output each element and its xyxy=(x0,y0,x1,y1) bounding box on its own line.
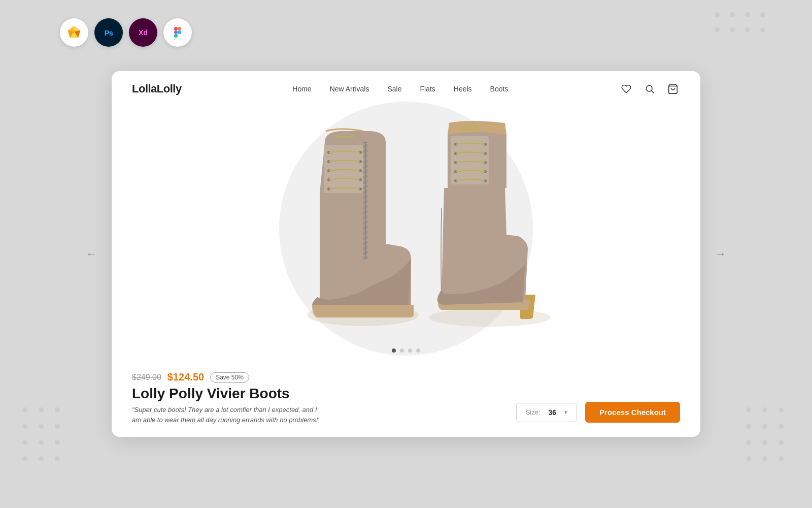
next-arrow[interactable]: → xyxy=(710,244,731,264)
save-badge: Save 50% xyxy=(210,372,249,383)
nav-heels[interactable]: Heels xyxy=(454,85,472,93)
nav-flats[interactable]: Flats xyxy=(420,85,435,93)
product-title: Lolly Polly Vivier Boots xyxy=(132,386,680,402)
svg-point-10 xyxy=(178,30,181,34)
product-image xyxy=(249,107,563,340)
product-info: $249.00 $124.50 Save 50% Lolly Polly Viv… xyxy=(112,361,700,437)
svg-point-11 xyxy=(646,85,652,91)
carousel-dot-4[interactable] xyxy=(416,348,420,353)
svg-rect-8 xyxy=(174,30,178,34)
svg-rect-6 xyxy=(174,27,178,30)
product-image-area xyxy=(112,71,700,361)
nav-home[interactable]: Home xyxy=(292,85,311,93)
prev-arrow[interactable]: ← xyxy=(81,244,101,264)
svg-line-12 xyxy=(652,91,654,93)
navbar: LollaLolly Home New Arrivals Sale Flats … xyxy=(112,71,700,107)
brand-logo: LollaLolly xyxy=(132,82,182,96)
sale-price: $124.50 xyxy=(167,371,204,383)
figma-icon[interactable] xyxy=(163,18,192,47)
xd-icon[interactable]: Xd xyxy=(129,18,157,47)
carousel-dot-3[interactable] xyxy=(408,348,412,353)
product-review: "Super cute boots! They are a lot comfie… xyxy=(132,405,325,425)
product-card: LollaLolly Home New Arrivals Sale Flats … xyxy=(112,71,700,437)
carousel-dot-1[interactable] xyxy=(392,348,396,353)
nav-new-arrivals[interactable]: New Arrivals xyxy=(330,85,369,93)
tool-icons-bar: Ps Xd xyxy=(60,18,192,47)
checkout-button[interactable]: Process Checkout xyxy=(585,402,680,423)
nav-links: Home New Arrivals Sale Flats Heels Boots xyxy=(292,84,508,93)
size-label: Size: xyxy=(526,408,540,416)
carousel-dot-2[interactable] xyxy=(400,348,404,353)
search-icon[interactable] xyxy=(642,82,657,96)
size-value: 36 xyxy=(549,408,557,417)
size-selector[interactable]: Size: 36 ▾ xyxy=(516,403,577,422)
nav-boots[interactable]: Boots xyxy=(490,85,509,93)
chevron-down-icon: ▾ xyxy=(564,409,567,416)
cart-icon[interactable] xyxy=(666,82,680,96)
svg-rect-7 xyxy=(178,27,181,30)
nav-sale[interactable]: Sale xyxy=(387,85,401,93)
product-controls: Size: 36 ▾ Process Checkout xyxy=(516,402,680,423)
wishlist-icon[interactable] xyxy=(619,82,633,96)
carousel-dots xyxy=(392,348,420,353)
sketch-icon[interactable] xyxy=(60,18,88,47)
price-row: $249.00 $124.50 Save 50% xyxy=(132,371,680,383)
nav-icon-group xyxy=(619,82,680,96)
svg-rect-9 xyxy=(174,34,178,38)
photoshop-icon[interactable]: Ps xyxy=(94,18,123,47)
original-price: $249.00 xyxy=(132,373,161,382)
